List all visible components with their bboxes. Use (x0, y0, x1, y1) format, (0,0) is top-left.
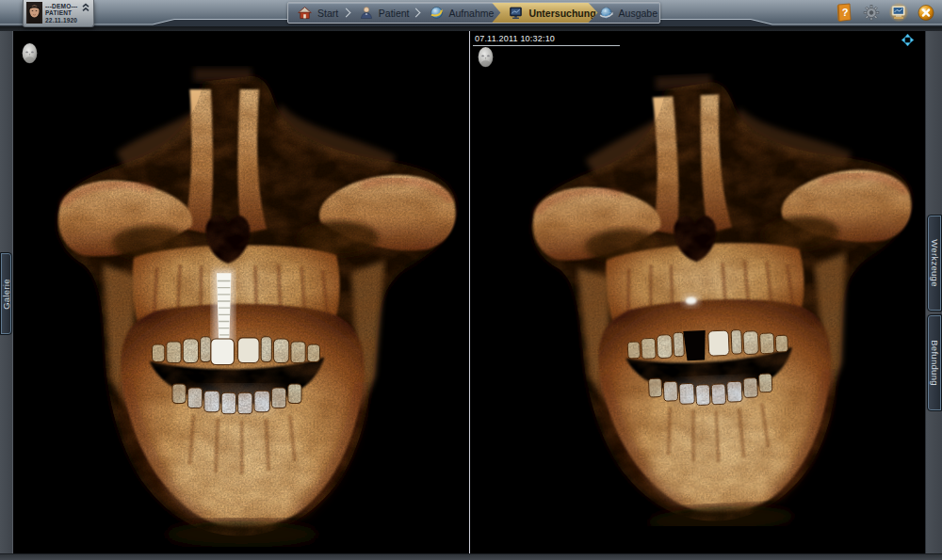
examination-workspace: Galerie 07.11.2011 10:32:10 (0, 31, 942, 553)
workflow-breadcrumb: Start Patient Aufnahme (287, 2, 660, 24)
top-toolbar: ---DEMO--- PATIENT 22.11.1920 Start (0, 0, 942, 26)
workflow-step-label: Aufnahme (449, 8, 495, 19)
help-glyph: ? (842, 7, 849, 18)
workflow-step-ausgabe[interactable]: Ausgabe (590, 3, 659, 23)
workflow-step-label: Patient (379, 8, 410, 19)
home-icon (297, 5, 313, 21)
tab-befundung-label: Befundung (930, 340, 940, 386)
workflow-step-untersuchung[interactable]: Untersuchung (492, 3, 597, 23)
volume-render-skull-implant[interactable] (49, 56, 463, 547)
right-rail: Werkzeuge Befundung (925, 31, 942, 553)
application-window: ---DEMO--- PATIENT 22.11.1920 Start (0, 0, 942, 560)
tab-werkzeuge[interactable]: Werkzeuge (927, 215, 942, 312)
tab-werkzeuge-label: Werkzeuge (930, 239, 940, 287)
workflow-step-start[interactable]: Start (288, 3, 342, 23)
expand-icon[interactable] (901, 34, 914, 46)
patient-birthdate: 22.11.1920 (45, 17, 78, 24)
system-icon-bar: ? (834, 2, 936, 24)
exit-icon[interactable] (916, 2, 936, 24)
workflow-step-label: Untersuchung (528, 8, 595, 19)
workflow-step-aufnahme[interactable]: Aufnahme (420, 3, 496, 23)
patient-name-line1: ---DEMO--- (45, 3, 78, 10)
workspace-monitor-icon[interactable] (888, 2, 909, 24)
orientation-head-icon[interactable] (22, 43, 38, 64)
tab-galerie-label: Galerie (1, 279, 11, 310)
acquisition-icon (429, 5, 445, 21)
viewport-right[interactable]: 07.11.2011 10:32:10 (471, 31, 925, 553)
patient-avatar (26, 2, 42, 24)
chevron-separator-icon (341, 8, 350, 18)
bottom-chrome-strip (0, 553, 942, 560)
orientation-head-icon[interactable] (478, 47, 494, 68)
patient-icon (359, 5, 374, 21)
left-rail: Galerie (0, 31, 13, 553)
viewport-left[interactable] (13, 31, 468, 553)
help-book-icon[interactable]: ? (834, 2, 854, 24)
patient-card[interactable]: ---DEMO--- PATIENT 22.11.1920 (23, 0, 94, 27)
workflow-step-label: Start (317, 8, 338, 19)
chevron-separator-icon (411, 8, 420, 18)
settings-gear-icon[interactable] (861, 2, 882, 24)
tab-galerie[interactable]: Galerie (0, 252, 12, 335)
examination-icon (508, 5, 524, 21)
output-globe-icon (598, 5, 614, 21)
volume-render-skull-missing-tooth[interactable] (526, 67, 925, 526)
patient-name-line2: PATIENT (45, 9, 78, 17)
timestamp: 07.11.2011 10:32:10 (473, 33, 620, 46)
workflow-step-label: Ausgabe (619, 8, 658, 19)
workflow-step-patient[interactable]: Patient (350, 3, 412, 23)
collapse-chevrons-icon[interactable] (81, 3, 90, 12)
tab-befundung[interactable]: Befundung (927, 314, 942, 411)
